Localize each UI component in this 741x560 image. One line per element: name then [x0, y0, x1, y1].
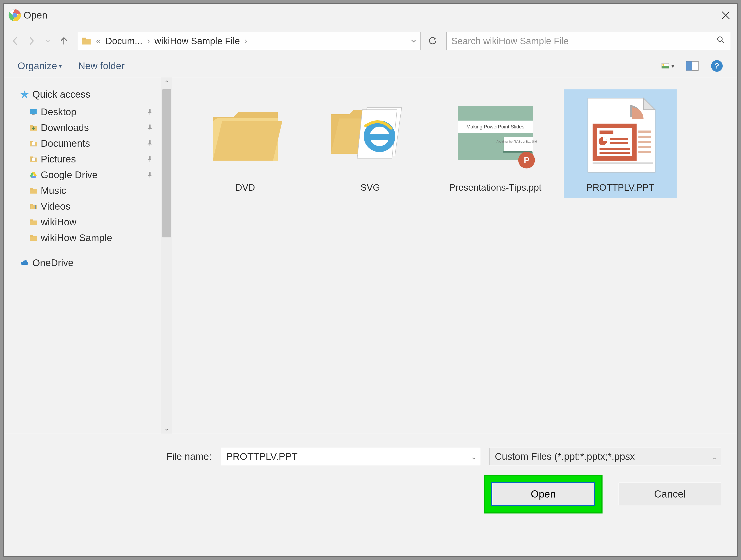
svg-rect-10	[686, 61, 692, 70]
svg-rect-21	[30, 156, 33, 158]
refresh-button[interactable]	[426, 34, 440, 48]
svg-rect-29	[30, 221, 37, 225]
svg-rect-50	[638, 131, 651, 133]
onedrive-group[interactable]: OneDrive	[20, 257, 161, 268]
scrollbar-thumb[interactable]	[162, 89, 172, 237]
tree-item-videos[interactable]: Videos	[20, 198, 161, 214]
svg-rect-51	[638, 136, 651, 138]
dialog-footer: File name: ⌄ Custom Files (*.ppt;*.pptx;…	[4, 434, 737, 538]
star-icon	[20, 90, 29, 99]
svg-point-5	[718, 37, 722, 42]
new-folder-button[interactable]: New folder	[78, 60, 125, 72]
folder-icon	[29, 218, 38, 226]
svg-rect-7	[662, 66, 669, 69]
file-list[interactable]: DVD SVG	[172, 77, 737, 434]
back-button[interactable]	[11, 36, 20, 46]
documents-icon	[29, 139, 38, 148]
help-icon: ?	[711, 60, 723, 72]
chrome-icon	[8, 9, 21, 22]
ppt-thumbnail-icon: Making PowerPoint Slides Avoiding the Pi…	[454, 93, 537, 177]
file-name-input[interactable]	[221, 448, 480, 465]
pin-icon	[146, 169, 153, 180]
tree-item-desktop[interactable]: Desktop	[20, 104, 161, 120]
downloads-icon	[29, 124, 38, 132]
tree-item-music[interactable]: Music	[20, 183, 161, 198]
folder-icon	[29, 234, 38, 242]
tree-item-documents[interactable]: Documents	[20, 136, 161, 151]
videos-icon	[29, 202, 38, 211]
svg-rect-14	[32, 114, 35, 115]
svg-text:P: P	[524, 156, 529, 165]
ppt-file-icon	[579, 93, 662, 177]
svg-rect-46	[610, 138, 628, 140]
svg-text:?: ?	[715, 61, 720, 70]
pin-icon	[146, 138, 153, 149]
svg-rect-44	[600, 131, 613, 134]
search-input[interactable]: Search wikiHow Sample File	[447, 32, 730, 50]
view-options-button[interactable]: ▾	[661, 60, 674, 72]
recent-dropdown[interactable]	[43, 36, 52, 46]
file-item-svg-folder[interactable]: SVG	[314, 89, 427, 198]
up-button[interactable]	[59, 36, 69, 46]
search-icon	[716, 35, 726, 47]
svg-text:Making PowerPoint Slides: Making PowerPoint Slides	[466, 124, 525, 130]
scroll-up-icon[interactable]: ⌃	[161, 77, 172, 88]
scroll-down-icon[interactable]: ⌃	[161, 422, 172, 434]
file-type-filter[interactable]: Custom Files (*.ppt;*.pptx;*.ppsx	[489, 448, 721, 465]
pin-icon	[146, 122, 153, 133]
breadcrumb-item[interactable]: wikiHow Sample File	[154, 36, 240, 46]
file-item-prottplv-selected[interactable]: PROTTPLV.PPT	[564, 89, 677, 198]
breadcrumb-item[interactable]: Docum...	[106, 36, 142, 46]
file-label: PROTTPLV.PPT	[586, 181, 654, 193]
address-row: « Docum... › wikiHow Sample File › Searc…	[4, 27, 737, 55]
tree-item-wikihow[interactable]: wikiHow	[20, 214, 161, 230]
chevron-down-icon[interactable]: ⌄	[471, 453, 477, 461]
cancel-button[interactable]: Cancel	[619, 483, 721, 505]
tree-item-pictures[interactable]: Pictures	[20, 151, 161, 167]
navpane-scrollbar[interactable]: ⌃ ⌃	[161, 77, 172, 434]
folder-icon	[81, 36, 91, 46]
file-item-dvd-folder[interactable]: DVD	[189, 89, 302, 198]
breadcrumb-ellipsis: «	[95, 36, 102, 46]
open-button[interactable]: Open	[491, 482, 595, 506]
svg-rect-55	[593, 162, 653, 164]
svg-rect-24	[30, 188, 33, 189]
tree-item-wikihow-sample[interactable]: wikiHow Sample	[20, 230, 161, 246]
folder-tree[interactable]: Quick access Desktop Downloads Documents	[4, 77, 161, 434]
svg-point-8	[663, 64, 664, 66]
folder-icon	[29, 186, 38, 195]
svg-rect-27	[30, 205, 31, 209]
svg-rect-47	[610, 142, 628, 144]
tree-item-google-drive[interactable]: Google Drive	[20, 167, 161, 183]
dialog-title: Open	[21, 10, 48, 21]
organize-menu[interactable]: Organize▾	[18, 60, 62, 72]
folder-ie-icon	[329, 93, 412, 177]
chevron-down-icon[interactable]: ⌄	[712, 453, 717, 461]
address-bar[interactable]: « Docum... › wikiHow Sample File ›	[78, 32, 420, 50]
svg-rect-30	[30, 219, 33, 221]
svg-rect-31	[30, 236, 37, 241]
file-label: SVG	[360, 181, 380, 193]
preview-pane-button[interactable]	[686, 60, 699, 72]
help-button[interactable]: ?	[711, 60, 723, 72]
svg-rect-49	[600, 152, 630, 154]
pictures-icon	[29, 155, 38, 163]
chevron-right-icon: ›	[243, 36, 249, 46]
forward-button[interactable]	[27, 36, 36, 46]
close-button[interactable]	[719, 8, 733, 22]
open-dialog: Open « Docum... › wikiHow Sample File › …	[3, 3, 738, 557]
panel-icon	[686, 61, 699, 71]
file-item-presentations-tips[interactable]: Making PowerPoint Slides Avoiding the Pi…	[439, 89, 552, 198]
quick-access-group[interactable]: Quick access	[20, 89, 161, 100]
svg-rect-16	[30, 125, 33, 127]
svg-rect-48	[600, 148, 630, 150]
chevron-down-icon[interactable]	[410, 37, 417, 45]
refresh-icon	[427, 35, 438, 46]
tree-item-downloads[interactable]: Downloads	[20, 120, 161, 136]
svg-rect-32	[30, 235, 33, 237]
pin-icon	[146, 106, 153, 117]
svg-text:Avoiding the Pitfalls of Bad S: Avoiding the Pitfalls of Bad Slides	[496, 140, 537, 143]
pin-icon	[146, 154, 153, 165]
svg-rect-19	[32, 142, 35, 146]
svg-rect-3	[82, 39, 90, 45]
